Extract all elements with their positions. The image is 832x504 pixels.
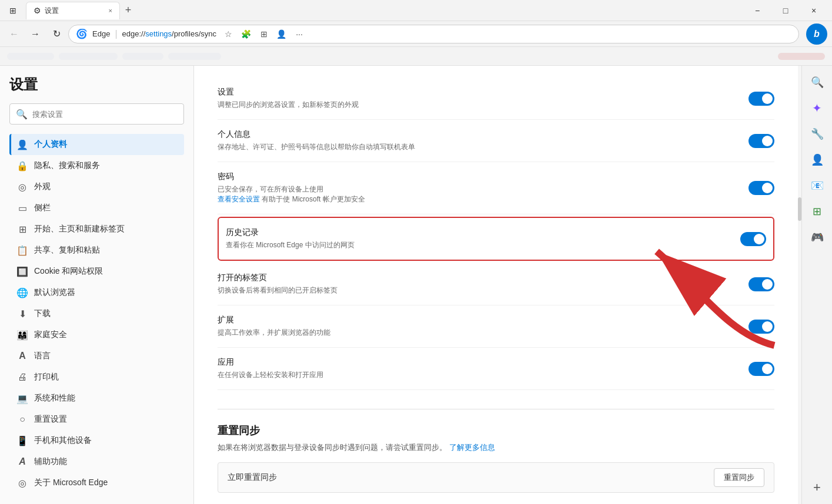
settings-main: 设置 调整已同步的浏览器设置，如新标签页的外观 个人信息 保存地址、许可证、护照… <box>194 66 798 504</box>
nav-item-profile[interactable]: 👤 个人资料 <box>9 134 184 155</box>
nav-item-cookies[interactable]: 🔲 Cookie 和网站权限 <box>9 261 184 282</box>
nav-item-newtab[interactable]: ⊞ 开始、主页和新建标签页 <box>9 219 184 240</box>
nav-item-privacy[interactable]: 🔒 隐私、搜索和服务 <box>9 155 184 176</box>
nav-item-language[interactable]: A 语言 <box>9 345 184 367</box>
address-divider: | <box>115 29 117 39</box>
toggle-password-slider <box>749 181 774 195</box>
nav-item-printer[interactable]: 🖨 打印机 <box>9 367 184 388</box>
tab-close-btn[interactable]: × <box>109 7 112 14</box>
sidebar-outlook-button[interactable]: 📧 <box>806 174 829 197</box>
collections-button[interactable]: ⊞ <box>256 26 272 42</box>
nav-item-share[interactable]: 📋 共享、复制和粘贴 <box>9 240 184 261</box>
active-tab[interactable]: ⚙ 设置 × <box>26 2 120 19</box>
setting-item-settings: 设置 调整已同步的浏览器设置，如新标签页的外观 <box>218 78 774 120</box>
nav-item-family[interactable]: 👨‍👩‍👧 家庭安全 <box>9 324 184 345</box>
toggle-opentabs-slider <box>749 277 774 291</box>
reset-learn-more-link[interactable]: 了解更多信息 <box>449 443 495 452</box>
nav-item-language-label: 语言 <box>34 351 51 361</box>
setting-info-extensions: 扩展 提高工作效率，并扩展浏览器的功能 <box>218 315 749 338</box>
toggle-apps[interactable] <box>749 362 774 376</box>
sidebar-copilot-button[interactable]: ✦ <box>806 96 829 120</box>
search-box[interactable]: 🔍 <box>9 103 184 125</box>
nav-item-sidebar[interactable]: ▭ 侧栏 <box>9 197 184 219</box>
page-content: 设置 🔍 👤 个人资料 🔒 隐私、搜索和服务 ◎ 外观 <box>0 66 798 504</box>
nav-item-system[interactable]: 💻 系统和性能 <box>9 388 184 409</box>
favorites-button[interactable]: ☆ <box>221 26 236 42</box>
nav-item-reset[interactable]: ○ 重置设置 <box>9 409 184 430</box>
nav-item-mobile[interactable]: 📱 手机和其他设备 <box>9 430 184 451</box>
toggle-settings[interactable] <box>749 92 774 106</box>
toggle-apps-slider <box>749 362 774 376</box>
toggle-extensions[interactable] <box>749 320 774 334</box>
sidebar-user-button[interactable]: 👤 <box>806 148 829 172</box>
address-edge-label: Edge <box>92 29 110 38</box>
sidebar-user-icon: 👤 <box>811 153 824 166</box>
setting-info-settings: 设置 调整已同步的浏览器设置，如新标签页的外观 <box>218 87 749 110</box>
setting-title-history: 历史记录 <box>226 227 740 238</box>
nav-item-downloads-label: 下载 <box>34 308 51 319</box>
nav-item-about[interactable]: ◎ 关于 Microsoft Edge <box>9 472 184 493</box>
new-tab-button[interactable]: + <box>120 2 136 19</box>
toggle-history-slider <box>740 232 766 246</box>
toggle-history[interactable] <box>740 232 766 246</box>
bookmark-4[interactable] <box>168 53 221 60</box>
nav-item-appearance[interactable]: ◎ 外观 <box>9 176 184 197</box>
setting-item-personal: 个人信息 保存地址、许可证、护照号码等信息以帮助你自动填写联机表单 <box>218 120 774 162</box>
scrollbar-thumb[interactable] <box>798 197 801 221</box>
toggle-password[interactable] <box>749 181 774 195</box>
language-nav-icon: A <box>16 351 28 361</box>
sidebar-tools-button[interactable]: 🔧 <box>806 122 829 146</box>
sidebar-add-button[interactable]: + <box>806 476 829 499</box>
cookies-nav-icon: 🔲 <box>16 266 28 277</box>
address-bar[interactable]: 🌀 Edge | edge://settings/profiles/sync ☆… <box>68 25 799 43</box>
more-button[interactable]: ··· <box>292 26 307 42</box>
bing-button[interactable]: b <box>806 23 827 45</box>
setting-desc-history: 查看你在 Microsoft Edge 中访问过的网页 <box>226 240 740 250</box>
nav-item-mobile-label: 手机和其他设备 <box>34 435 92 446</box>
bookmark-1[interactable] <box>7 53 54 60</box>
reset-section: 重置同步 如果在将浏览器数据与登录设备同步时遇到问题，请尝试重置同步。 了解更多… <box>218 409 774 493</box>
reset-sync-button[interactable]: 重置同步 <box>714 468 764 487</box>
nav-item-accessibility[interactable]: A 辅助功能 <box>9 451 184 472</box>
nav-item-default-label: 默认浏览器 <box>34 287 75 298</box>
nav-item-system-label: 系统和性能 <box>34 393 75 404</box>
refresh-button[interactable]: ↻ <box>47 25 66 43</box>
browser-content: 设置 🔍 👤 个人资料 🔒 隐私、搜索和服务 ◎ 外观 <box>0 66 832 504</box>
tab-title-text: 设置 <box>45 6 105 16</box>
bookmark-5[interactable] <box>778 53 825 60</box>
nav-item-family-label: 家庭安全 <box>34 330 67 340</box>
search-input[interactable] <box>32 110 178 119</box>
toggle-personal[interactable] <box>749 134 774 148</box>
setting-info-opentabs: 打开的标签页 切换设备后将看到相同的已开启标签页 <box>218 273 749 295</box>
bookmark-3[interactable] <box>122 53 163 60</box>
reset-bar-label: 立即重置同步 <box>228 472 277 483</box>
nav-item-downloads[interactable]: ⬇ 下载 <box>9 303 184 324</box>
page-wrapper: 设置 🔍 👤 个人资料 🔒 隐私、搜索和服务 ◎ 外观 <box>0 66 801 504</box>
forward-button[interactable]: → <box>26 25 45 43</box>
sidebar-game-button[interactable]: 🎮 <box>806 226 829 249</box>
profile-button[interactable]: 👤 <box>274 26 289 42</box>
toggle-extensions-slider <box>749 320 774 334</box>
sidebar-search-button[interactable]: 🔍 <box>806 70 829 94</box>
security-link[interactable]: 查看安全设置 <box>218 195 260 203</box>
system-nav-icon: 💻 <box>16 393 28 404</box>
close-button[interactable]: × <box>800 0 827 21</box>
scrollbar <box>798 66 801 504</box>
bookmark-2[interactable] <box>59 53 118 60</box>
password-desc-suffix: 有助于使 Microsoft 帐户更加安全 <box>260 195 365 203</box>
extensions-button[interactable]: 🧩 <box>239 26 254 42</box>
nav-item-profile-label: 个人资料 <box>34 139 67 150</box>
setting-desc-apps: 在任何设备上轻松安装和打开应用 <box>218 370 749 380</box>
right-sidebar: 🔍 ✦ 🔧 👤 📧 ⊞ 🎮 + <box>801 66 832 504</box>
nav-item-default[interactable]: 🌐 默认浏览器 <box>9 282 184 303</box>
sidebar-apps-button[interactable]: ⊞ <box>806 200 829 223</box>
printer-nav-icon: 🖨 <box>16 372 28 382</box>
grid-btn[interactable]: ⊞ <box>5 2 21 19</box>
privacy-nav-icon: 🔒 <box>16 160 28 172</box>
back-button[interactable]: ← <box>5 25 24 43</box>
maximize-button[interactable]: □ <box>772 0 799 21</box>
minimize-button[interactable]: − <box>744 0 771 21</box>
nav-item-share-label: 共享、复制和粘贴 <box>34 245 100 256</box>
profile-nav-icon: 👤 <box>16 139 28 150</box>
toggle-opentabs[interactable] <box>749 277 774 291</box>
